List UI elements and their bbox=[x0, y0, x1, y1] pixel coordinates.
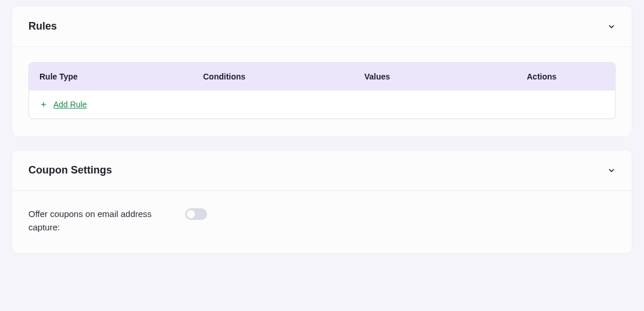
rules-panel: Rules Rule Type Conditions Values Action… bbox=[12, 6, 632, 137]
toggle-knob bbox=[187, 210, 195, 218]
chevron-down-icon bbox=[607, 23, 616, 31]
add-rule-link[interactable]: Add Rule bbox=[53, 100, 87, 109]
plus-icon bbox=[39, 100, 48, 109]
offer-coupons-toggle[interactable] bbox=[185, 208, 207, 220]
column-values: Values bbox=[364, 72, 527, 81]
rules-table: Rule Type Conditions Values Actions Add … bbox=[28, 62, 616, 119]
coupon-setting-row: Offer coupons on email address capture: bbox=[12, 191, 632, 253]
chevron-down-icon bbox=[607, 167, 616, 175]
coupon-panel-header[interactable]: Coupon Settings bbox=[12, 150, 632, 190]
offer-coupons-label: Offer coupons on email address capture: bbox=[28, 207, 162, 234]
column-actions: Actions bbox=[527, 72, 605, 81]
coupon-settings-panel: Coupon Settings Offer coupons on email a… bbox=[12, 150, 632, 254]
rules-panel-header[interactable]: Rules bbox=[12, 6, 632, 46]
rules-panel-body: Rule Type Conditions Values Actions Add … bbox=[12, 47, 632, 136]
rules-table-header: Rule Type Conditions Values Actions bbox=[29, 63, 615, 91]
coupon-panel-title: Coupon Settings bbox=[28, 164, 112, 176]
rules-panel-title: Rules bbox=[28, 20, 57, 32]
add-rule-row[interactable]: Add Rule bbox=[29, 91, 615, 118]
column-rule-type: Rule Type bbox=[39, 72, 203, 81]
column-conditions: Conditions bbox=[203, 72, 364, 81]
toggle-wrap bbox=[185, 208, 207, 220]
